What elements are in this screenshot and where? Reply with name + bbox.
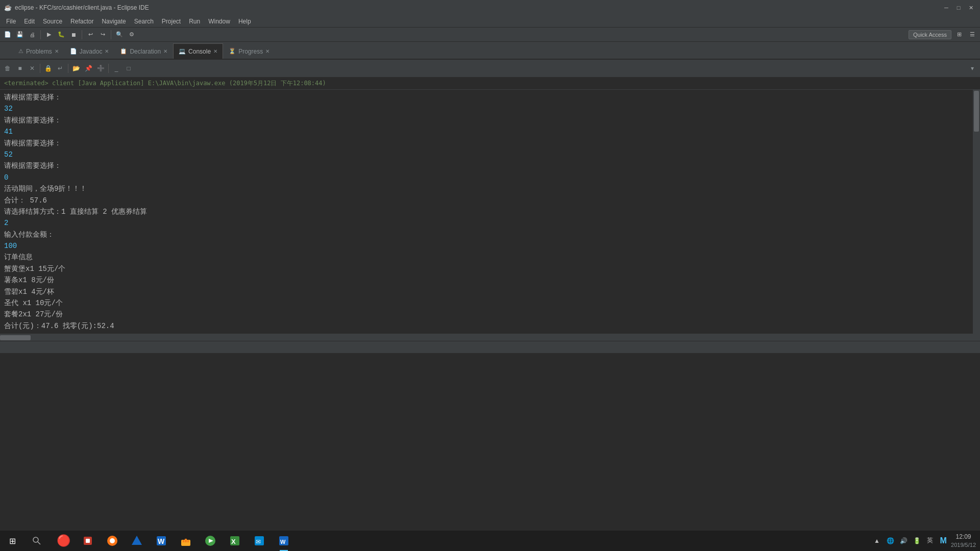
title-bar: ☕ eclipse - KFC/src/cashier/client.java … bbox=[0, 0, 980, 15]
horizontal-scrollbar[interactable] bbox=[0, 334, 980, 341]
minimize-button[interactable]: ─ bbox=[941, 3, 951, 13]
taskbar: ⊞ 🔴 W X ✉ W bbox=[0, 531, 980, 551]
tray-m[interactable]: M bbox=[938, 535, 949, 546]
menu-help[interactable]: Help bbox=[234, 15, 255, 28]
tray-battery[interactable]: 🔋 bbox=[911, 535, 922, 546]
scrollbar-thumb[interactable] bbox=[974, 91, 979, 132]
menu-run[interactable]: Run bbox=[185, 15, 204, 28]
print-button[interactable]: 🖨 bbox=[27, 29, 38, 40]
tab-javadoc-close[interactable]: ✕ bbox=[105, 48, 109, 54]
svg-rect-10 bbox=[183, 540, 184, 542]
new-console-button[interactable]: ➕ bbox=[95, 63, 106, 74]
word-wrap-button[interactable]: ↵ bbox=[55, 63, 66, 74]
pin-console-button[interactable]: 📌 bbox=[83, 63, 94, 74]
search-button[interactable] bbox=[24, 531, 49, 551]
search-toolbar-button[interactable]: 🔍 bbox=[114, 29, 125, 40]
menu-project[interactable]: Project bbox=[158, 15, 185, 28]
main-toolbar: 📄 💾 🖨 ▶ 🐛 ⏹ ↩ ↪ 🔍 ⚙ Quick Access ⊞ ☰ bbox=[0, 28, 980, 42]
refactor-button[interactable]: ⚙ bbox=[126, 29, 137, 40]
console-area: <terminated> client [Java Application] E… bbox=[0, 78, 980, 341]
window-title: eclipse - KFC/src/cashier/client.java - … bbox=[15, 4, 149, 11]
view-menu-button[interactable]: ▾ bbox=[967, 63, 978, 74]
taskbar-app-4[interactable] bbox=[125, 531, 149, 551]
taskbar-app-5[interactable]: W bbox=[149, 531, 174, 551]
taskbar-app-1[interactable]: 🔴 bbox=[51, 531, 76, 551]
menu-navigate[interactable]: Navigate bbox=[97, 15, 130, 28]
menu-file[interactable]: File bbox=[2, 15, 20, 28]
tab-problems[interactable]: ⚠ Problems ✕ bbox=[13, 43, 64, 59]
perspective-button[interactable]: ⊞ bbox=[953, 29, 965, 40]
quick-access-button[interactable]: Quick Access bbox=[909, 30, 951, 39]
tab-javadoc-label: Javadoc bbox=[80, 48, 103, 55]
svg-text:W: W bbox=[280, 539, 286, 545]
debug-button[interactable]: 🐛 bbox=[56, 29, 67, 40]
svg-text:W: W bbox=[158, 537, 165, 545]
console-sep-1 bbox=[40, 64, 40, 73]
toolbar-right: Quick Access ⊞ ☰ bbox=[909, 29, 978, 40]
save-button[interactable]: 💾 bbox=[14, 29, 26, 40]
open-console-button[interactable]: 📂 bbox=[70, 63, 82, 74]
taskbar-app-8[interactable]: X bbox=[223, 531, 247, 551]
tab-console[interactable]: 💻 Console ✕ bbox=[173, 43, 223, 59]
svg-marker-6 bbox=[132, 536, 142, 545]
views-button[interactable]: ☰ bbox=[967, 29, 978, 40]
javadoc-icon: 📄 bbox=[70, 48, 77, 55]
menu-source[interactable]: Source bbox=[39, 15, 66, 28]
stop-button[interactable]: ⏹ bbox=[68, 29, 79, 40]
close-button[interactable]: ✕ bbox=[966, 3, 976, 13]
taskbar-time[interactable]: 12:09 2019/5/12 bbox=[951, 533, 976, 548]
tabs-bar: ⚠ Problems ✕ 📄 Javadoc ✕ 📋 Declaration ✕… bbox=[0, 42, 980, 60]
taskbar-app-2[interactable] bbox=[76, 531, 100, 551]
menu-edit[interactable]: Edit bbox=[20, 15, 39, 28]
console-output[interactable]: 请根据需要选择：32请根据需要选择：41请根据需要选择：52请根据需要选择：0活… bbox=[0, 90, 973, 334]
svg-rect-11 bbox=[185, 539, 187, 542]
menu-search[interactable]: Search bbox=[130, 15, 158, 28]
tab-problems-close[interactable]: ✕ bbox=[55, 48, 59, 54]
taskbar-app-9[interactable]: ✉ bbox=[247, 531, 272, 551]
h-scrollbar-thumb[interactable] bbox=[0, 335, 31, 340]
console-toolbar: 🗑 ■ ✕ 🔒 ↵ 📂 📌 ➕ _ □ ▾ bbox=[0, 60, 980, 78]
problems-icon: ⚠ bbox=[18, 48, 23, 55]
start-button[interactable]: ⊞ bbox=[0, 531, 24, 551]
tray-volume[interactable]: 🔊 bbox=[898, 535, 909, 546]
toolbar-separator-2 bbox=[82, 30, 82, 39]
tab-progress-close[interactable]: ✕ bbox=[265, 48, 270, 54]
remove-launch-button[interactable]: ✕ bbox=[27, 63, 38, 74]
tray-network[interactable]: 🌐 bbox=[885, 535, 896, 546]
terminate-button[interactable]: ■ bbox=[14, 63, 26, 74]
taskbar-app-3[interactable] bbox=[100, 531, 125, 551]
redo-button[interactable]: ↪ bbox=[97, 29, 108, 40]
console-status: <terminated> client [Java Application] E… bbox=[0, 78, 980, 90]
maximize-console-button[interactable]: □ bbox=[123, 63, 134, 74]
menu-window[interactable]: Window bbox=[204, 15, 234, 28]
vertical-scrollbar[interactable] bbox=[973, 90, 980, 334]
tab-declaration-close[interactable]: ✕ bbox=[163, 48, 167, 54]
console-with-scroll: 请根据需要选择：32请根据需要选择：41请根据需要选择：52请根据需要选择：0活… bbox=[0, 90, 980, 334]
svg-text:X: X bbox=[231, 538, 236, 545]
tab-declaration[interactable]: 📋 Declaration ✕ bbox=[114, 43, 173, 59]
new-button[interactable]: 📄 bbox=[2, 29, 13, 40]
svg-point-0 bbox=[33, 537, 38, 542]
taskbar-app-6[interactable] bbox=[174, 531, 198, 551]
taskbar-app-10[interactable]: W bbox=[272, 531, 296, 551]
run-button[interactable]: ▶ bbox=[43, 29, 55, 40]
tab-problems-label: Problems bbox=[26, 48, 52, 55]
scroll-lock-button[interactable]: 🔒 bbox=[42, 63, 54, 74]
tray-expand[interactable]: ▲ bbox=[871, 535, 883, 546]
menu-refactor[interactable]: Refactor bbox=[66, 15, 97, 28]
console-sep-2 bbox=[68, 64, 68, 73]
date-display: 2019/5/12 bbox=[951, 541, 976, 548]
maximize-button[interactable]: □ bbox=[953, 3, 964, 13]
tab-console-close[interactable]: ✕ bbox=[213, 48, 217, 54]
taskbar-app-7[interactable] bbox=[198, 531, 223, 551]
console-icon: 💻 bbox=[179, 48, 186, 55]
undo-button[interactable]: ↩ bbox=[85, 29, 96, 40]
tab-progress-label: Progress bbox=[238, 48, 263, 55]
clear-console-button[interactable]: 🗑 bbox=[2, 63, 13, 74]
tray-lang[interactable]: 英 bbox=[924, 535, 936, 546]
tab-javadoc[interactable]: 📄 Javadoc ✕ bbox=[64, 43, 115, 59]
minimize-console-button[interactable]: _ bbox=[111, 63, 122, 74]
svg-text:✉: ✉ bbox=[256, 538, 261, 545]
svg-rect-12 bbox=[187, 540, 189, 542]
tab-progress[interactable]: ⏳ Progress ✕ bbox=[223, 43, 275, 59]
